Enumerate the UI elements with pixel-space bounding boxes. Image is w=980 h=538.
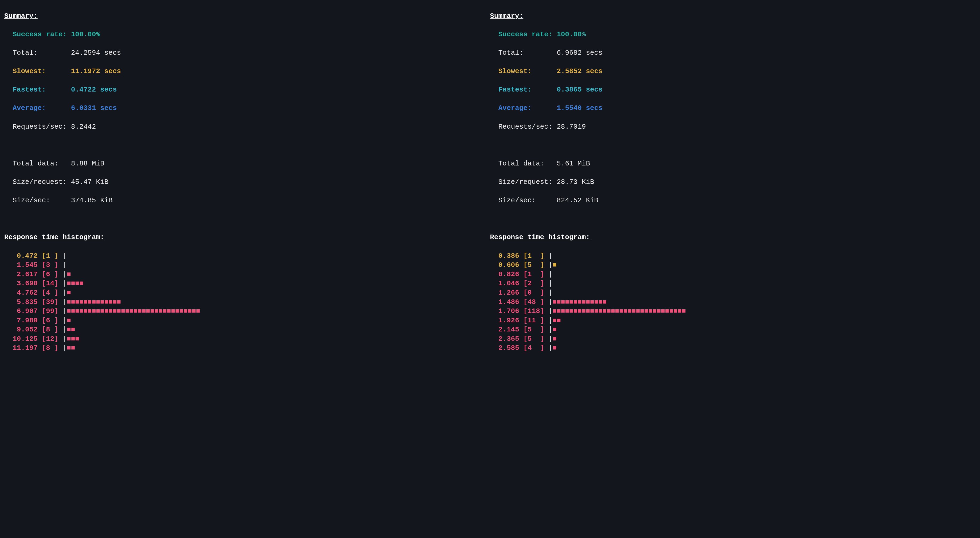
slowest-label: Slowest: (498, 67, 557, 75)
total-data-value: 8.88 MiB (71, 160, 105, 168)
rps-value: 28.7019 (557, 123, 586, 131)
total-data-label: Total data: (13, 160, 71, 168)
histogram-separator: | (548, 344, 553, 352)
histogram-bucket: 11.197 [8 ] (13, 344, 59, 352)
histogram-row: 1.486 [48 ] |■■■■■■■■■■■■■ (490, 298, 976, 307)
rps-value: 8.2442 (71, 123, 96, 131)
histogram-row: 1.706 [118] |■■■■■■■■■■■■■■■■■■■■■■■■■■■… (490, 306, 976, 316)
histogram-row: 0.826 [1 ] | (490, 270, 976, 279)
histogram-separator: | (548, 270, 553, 278)
histogram-bar: ■■ (553, 316, 561, 324)
histogram-bucket: 1.706 [118] (498, 307, 544, 315)
histogram-separator: | (62, 316, 67, 324)
histogram-row: 9.052 [8 ] |■■ (4, 325, 490, 334)
histogram-bar: ■■■■ (67, 279, 83, 287)
success-rate-label: Success rate: (498, 30, 557, 38)
histogram-bucket: 2.617 [6 ] (13, 270, 59, 278)
size-sec-label: Size/sec: (498, 197, 557, 205)
histogram-row: 2.145 [5 ] |■ (490, 325, 976, 334)
histogram-bar: ■ (67, 289, 71, 297)
histogram-row: 0.472 [1 ] | (4, 251, 490, 261)
histogram-bar: ■■■■■■■■■■■■■■■■■■■■■■■■■■■■■■■■ (67, 307, 200, 315)
average-value: 6.0331 secs (71, 104, 117, 112)
histogram-row: 3.690 [14] |■■■■ (4, 279, 490, 288)
histogram-bar: ■■■■■■■■■■■■■■■■■■■■■■■■■■■■■■■■ (553, 307, 686, 315)
average-label: Average: (498, 104, 557, 112)
histogram-separator: | (548, 316, 553, 324)
histogram-separator: | (62, 335, 67, 343)
histogram-header: Response time histogram: (490, 233, 590, 241)
histogram-right: 0.386 [1 ] | 0.606 [5 ] |■ 0.826 [1 ] | … (490, 251, 976, 353)
size-sec-label: Size/sec: (13, 197, 71, 205)
histogram-bar: ■■■■■■■■■■■■■ (67, 298, 121, 306)
total-value: 24.2594 secs (71, 49, 121, 57)
total-label: Total: (13, 49, 71, 57)
histogram-bucket: 0.472 [1 ] (13, 252, 59, 260)
histogram-row: 0.386 [1 ] | (490, 251, 976, 261)
histogram-bar: ■ (67, 270, 71, 278)
histogram-row: 2.585 [4 ] |■ (490, 343, 976, 353)
histogram-bucket: 2.585 [4 ] (498, 344, 544, 352)
histogram-bucket: 0.826 [1 ] (498, 270, 544, 278)
summary-header: Summary: (4, 12, 38, 20)
histogram-row: 1.046 [2 ] | (490, 279, 976, 288)
total-data-label: Total data: (498, 160, 557, 168)
histogram-bucket: 1.046 [2 ] (498, 279, 544, 287)
histogram-bucket: 9.052 [8 ] (13, 325, 59, 333)
slowest-value: 11.1972 secs (71, 67, 121, 75)
histogram-separator: | (62, 307, 67, 315)
histogram-bucket: 0.606 [5 ] (498, 261, 544, 269)
histogram-row: 10.125 [12] |■■■ (4, 334, 490, 344)
histogram-separator: | (548, 307, 553, 315)
histogram-bar: ■ (553, 344, 557, 352)
size-sec-value: 374.85 KiB (71, 197, 113, 205)
histogram-separator: | (548, 335, 553, 343)
histogram-separator: | (62, 252, 67, 260)
histogram-bucket: 7.980 [6 ] (13, 316, 59, 324)
histogram-separator: | (62, 289, 67, 297)
histogram-bucket: 3.690 [14] (13, 279, 59, 287)
histogram-separator: | (548, 325, 553, 333)
histogram-bar: ■ (67, 316, 71, 324)
histogram-bucket: 5.835 [39] (13, 298, 59, 306)
size-req-label: Size/request: (13, 178, 71, 186)
histogram-bucket: 4.762 [4 ] (13, 289, 59, 297)
success-rate-value: 100.00% (557, 30, 586, 38)
histogram-row: 1.926 [11 ] |■■ (490, 316, 976, 325)
total-data-value: 5.61 MiB (557, 160, 590, 168)
histogram-separator: | (62, 261, 67, 269)
terminal-output: Summary: Success rate: 100.00% Total: 24… (4, 2, 976, 371)
histogram-bar: ■■ (67, 325, 75, 333)
fastest-label: Fastest: (498, 86, 557, 94)
total-value: 6.9682 secs (557, 49, 603, 57)
histogram-left: 0.472 [1 ] | 1.545 [3 ] | 2.617 [6 ] |■ … (4, 251, 490, 353)
average-label: Average: (13, 104, 71, 112)
histogram-bucket: 1.486 [48 ] (498, 298, 544, 306)
histogram-row: 1.545 [3 ] | (4, 260, 490, 270)
success-rate-value: 100.00% (71, 30, 100, 38)
histogram-bucket: 0.386 [1 ] (498, 252, 544, 260)
histogram-separator: | (62, 298, 67, 306)
histogram-row: 5.835 [39] |■■■■■■■■■■■■■ (4, 298, 490, 307)
summary-header: Summary: (490, 12, 523, 20)
fastest-value: 0.3865 secs (557, 86, 603, 94)
histogram-separator: | (548, 252, 553, 260)
histogram-bucket: 1.266 [0 ] (498, 289, 544, 297)
histogram-bucket: 10.125 [12] (13, 335, 59, 343)
histogram-bucket: 1.926 [11 ] (498, 316, 544, 324)
histogram-row: 2.365 [5 ] |■ (490, 334, 976, 344)
histogram-bucket: 6.907 [99] (13, 307, 59, 315)
histogram-bucket: 1.545 [3 ] (13, 261, 59, 269)
average-value: 1.5540 secs (557, 104, 603, 112)
histogram-separator: | (548, 261, 553, 269)
histogram-separator: | (62, 270, 67, 278)
histogram-bar: ■■■■■■■■■■■■■ (553, 298, 607, 306)
histogram-separator: | (62, 325, 67, 333)
fastest-label: Fastest: (13, 86, 71, 94)
histogram-separator: | (548, 289, 553, 297)
histogram-row: 7.980 [6 ] |■ (4, 316, 490, 325)
rps-label: Requests/sec: (13, 123, 71, 131)
benchmark-right: Summary: Success rate: 100.00% Total: 6.… (490, 2, 976, 371)
histogram-separator: | (548, 279, 553, 287)
size-req-value: 28.73 KiB (557, 178, 594, 186)
